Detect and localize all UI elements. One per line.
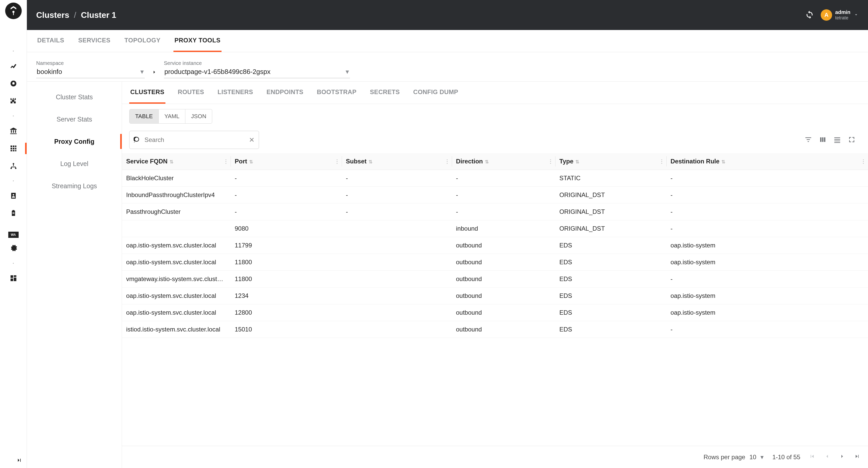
rail-item-users[interactable] xyxy=(0,187,27,205)
format-json[interactable]: JSON xyxy=(185,109,212,123)
sidebar-item-proxy-config[interactable]: Proxy Config xyxy=(27,130,122,152)
cell-fqdn: oap.istio-system.svc.cluster.local xyxy=(122,304,230,321)
cell-fqdn: vmgateway.istio-system.svc.cluster.local xyxy=(122,271,230,288)
rail-item-extensions[interactable] xyxy=(0,92,27,110)
table-row[interactable]: InboundPassthroughClusterIpv4---ORIGINAL… xyxy=(122,187,868,204)
chevron-left-icon xyxy=(824,453,830,460)
subtab-routes[interactable]: ROUTES xyxy=(177,82,205,104)
wa-badge: WA xyxy=(8,232,19,238)
breadcrumb-root[interactable]: Clusters xyxy=(36,10,69,20)
fullscreen-icon xyxy=(848,136,856,144)
proxy-config-tabs: CLUSTERS ROUTES LISTENERS ENDPOINTS BOOT… xyxy=(122,82,868,104)
service-instance-field[interactable]: Service instance productpage-v1-65b8499c… xyxy=(164,60,350,78)
breadcrumb-sep: / xyxy=(74,10,76,20)
cell-subset xyxy=(342,321,452,338)
rows-per-page-label: Rows per page xyxy=(704,454,745,461)
col-direction[interactable]: Direction⇅⋮ xyxy=(452,153,555,170)
cell-type: EDS xyxy=(555,321,666,338)
svg-rect-11 xyxy=(10,279,13,281)
cell-dir: outbound xyxy=(452,254,555,271)
clusters-table: Service FQDN⇅⋮ Port⇅⋮ Subset⇅⋮ Direction… xyxy=(122,153,868,338)
col-port[interactable]: Port⇅⋮ xyxy=(230,153,342,170)
rail-item-wa[interactable]: WA xyxy=(0,222,27,240)
tab-topology[interactable]: TOPOLOGY xyxy=(123,30,161,52)
svg-rect-6 xyxy=(12,212,14,213)
rail-item-topology[interactable] xyxy=(0,157,27,175)
tab-details[interactable]: DETAILS xyxy=(36,30,65,52)
search-input[interactable] xyxy=(145,136,245,144)
cell-dir: outbound xyxy=(452,321,555,338)
table-row[interactable]: oap.istio-system.svc.cluster.local1234ou… xyxy=(122,288,868,304)
sidebar-item-streaming-logs[interactable]: Streaming Logs xyxy=(27,175,122,197)
breadcrumb-leaf[interactable]: Cluster 1 xyxy=(81,10,116,20)
subtab-endpoints[interactable]: ENDPOINTS xyxy=(266,82,305,104)
cell-subset xyxy=(342,254,452,271)
table-row[interactable]: BlackHoleCluster---STATIC- xyxy=(122,170,868,187)
clear-search-button[interactable]: ✕ xyxy=(249,136,255,144)
col-type[interactable]: Type⇅⋮ xyxy=(555,153,666,170)
sidebar-item-log-level[interactable]: Log Level xyxy=(27,152,122,175)
format-table[interactable]: TABLE xyxy=(129,109,159,123)
sync-button[interactable] xyxy=(805,10,814,20)
table-row[interactable]: istiod.istio-system.svc.cluster.local150… xyxy=(122,321,868,338)
table-row[interactable]: PassthroughCluster---ORIGINAL_DST- xyxy=(122,204,868,220)
rail-item-dashboard[interactable] xyxy=(0,57,27,75)
page-first-button[interactable] xyxy=(809,453,815,461)
caret-down-icon[interactable]: ▾ xyxy=(761,454,764,461)
rail-dot-3: · xyxy=(8,178,19,184)
workarea: CLUSTERS ROUTES LISTENERS ENDPOINTS BOOT… xyxy=(122,82,868,468)
subtab-bootstrap[interactable]: BOOTSTRAP xyxy=(316,82,358,104)
subtab-listeners[interactable]: LISTENERS xyxy=(217,82,254,104)
cell-subset xyxy=(342,288,452,304)
cell-subset xyxy=(342,237,452,254)
fullscreen-button[interactable] xyxy=(848,136,856,144)
format-yaml[interactable]: YAML xyxy=(159,109,185,123)
cell-fqdn: BlackHoleCluster xyxy=(122,170,230,187)
cell-dest: oap.istio-system xyxy=(666,254,868,271)
table-row[interactable]: 9080inboundORIGINAL_DST- xyxy=(122,220,868,237)
columns-button[interactable] xyxy=(819,136,827,144)
subtab-config-dump[interactable]: CONFIG DUMP xyxy=(412,82,459,104)
brand-logo[interactable] xyxy=(5,3,22,19)
subtab-clusters[interactable]: CLUSTERS xyxy=(129,82,165,104)
svg-rect-7 xyxy=(12,213,14,214)
rows-per-page-value[interactable]: 10 xyxy=(749,454,756,461)
sidebar-item-server-stats[interactable]: Server Stats xyxy=(27,108,122,130)
cell-fqdn: oap.istio-system.svc.cluster.local xyxy=(122,254,230,271)
table-row[interactable]: oap.istio-system.svc.cluster.local11800o… xyxy=(122,254,868,271)
rail-item-clusters[interactable] xyxy=(0,140,27,157)
rail-item-org[interactable] xyxy=(0,122,27,140)
proxy-tools-sidebar: Cluster Stats Server Stats Proxy Config … xyxy=(27,82,122,468)
subtab-secrets[interactable]: SECRETS xyxy=(369,82,401,104)
page-last-icon xyxy=(854,453,860,460)
user-menu[interactable]: A admin tetrate xyxy=(821,9,859,21)
table-row[interactable]: oap.istio-system.svc.cluster.local11799o… xyxy=(122,237,868,254)
page-last-button[interactable] xyxy=(854,453,860,461)
cell-type: EDS xyxy=(555,254,666,271)
filter-button[interactable] xyxy=(804,136,812,144)
table-row[interactable]: vmgateway.istio-system.svc.cluster.local… xyxy=(122,271,868,288)
page-prev-button[interactable] xyxy=(824,453,830,461)
cell-dir: - xyxy=(452,187,555,204)
rail-item-audit[interactable] xyxy=(0,205,27,222)
rail-item-mesh[interactable] xyxy=(0,75,27,92)
namespace-field[interactable]: Namespace bookinfo ▾ xyxy=(36,60,145,78)
tab-proxy-tools[interactable]: PROXY TOOLS xyxy=(174,30,221,52)
cell-type: STATIC xyxy=(555,170,666,187)
tab-services[interactable]: SERVICES xyxy=(77,30,112,52)
col-service-fqdn[interactable]: Service FQDN⇅⋮ xyxy=(122,153,230,170)
search-box[interactable]: ✕ xyxy=(129,131,259,149)
cell-port: - xyxy=(230,204,342,220)
cell-type: EDS xyxy=(555,288,666,304)
col-dest-rule[interactable]: Destination Rule⇅⋮ xyxy=(666,153,868,170)
caret-down-icon: ▾ xyxy=(346,68,349,76)
density-button[interactable] xyxy=(833,136,841,144)
rail-expand-button[interactable] xyxy=(0,452,27,468)
cell-port: 9080 xyxy=(230,220,342,237)
page-next-button[interactable] xyxy=(839,453,845,461)
table-row[interactable]: oap.istio-system.svc.cluster.local12800o… xyxy=(122,304,868,321)
col-subset[interactable]: Subset⇅⋮ xyxy=(342,153,452,170)
rail-item-settings[interactable] xyxy=(0,240,27,257)
rail-item-apps[interactable] xyxy=(0,269,27,287)
sidebar-item-cluster-stats[interactable]: Cluster Stats xyxy=(27,86,122,108)
